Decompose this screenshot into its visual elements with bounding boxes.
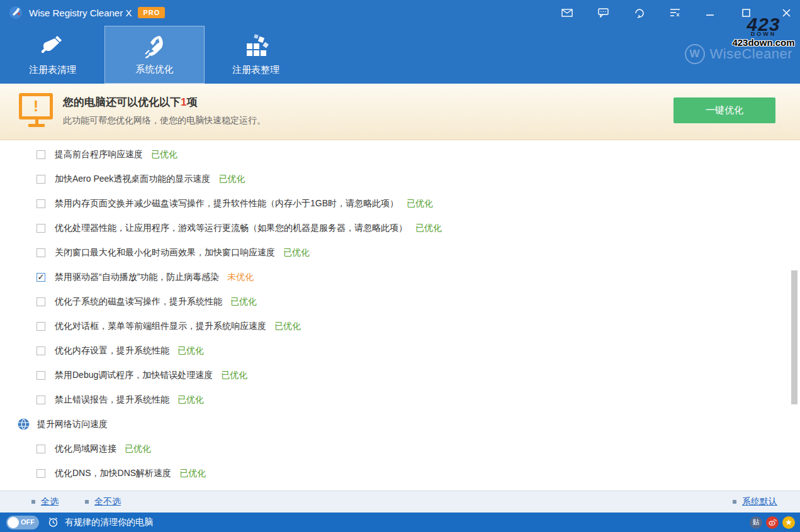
item-label: 禁用驱动器“自动播放”功能，防止病毒感染	[55, 272, 219, 283]
item-checkbox[interactable]	[37, 469, 45, 478]
item-status: 已优化	[179, 468, 206, 479]
list-item[interactable]: 提高前台程序响应速度已优化	[0, 142, 800, 167]
brush-icon	[3, 33, 103, 61]
item-checkbox[interactable]	[37, 396, 45, 404]
monitor-warning-icon: !	[19, 93, 54, 130]
tab-registry-defrag[interactable]: 注册表整理	[206, 26, 306, 84]
tieba-icon[interactable]: 贴	[750, 516, 762, 529]
item-checkbox[interactable]	[37, 199, 45, 208]
banner-title: 您的电脑还可以优化以下1项	[63, 95, 197, 109]
bullet-icon	[85, 500, 89, 504]
app-window: Wise Registry Cleaner X PRO 423 DOWN 423…	[0, 0, 800, 532]
optimize-banner: ! 您的电脑还可以优化以下1项 此功能可帮您优化网络，使您的电脑快速稳定运行。 …	[0, 84, 800, 140]
statusbar: OFF 有规律的清理你的电脑 贴 ★	[0, 513, 800, 532]
item-checkbox[interactable]	[37, 248, 45, 257]
app-logo-icon	[9, 6, 23, 19]
select-none-link[interactable]: 全不选	[85, 496, 121, 507]
app-title: Wise Registry Cleaner X	[29, 8, 132, 18]
item-checkbox[interactable]	[37, 224, 45, 233]
item-label: 优化DNS，加快DNS解析速度	[55, 468, 171, 479]
bullet-icon	[31, 500, 35, 504]
item-status: 已优化	[151, 149, 177, 160]
schedule-toggle[interactable]: OFF	[6, 516, 39, 529]
item-label: 优化局域网连接	[55, 443, 116, 455]
select-all-link[interactable]: 全选	[31, 496, 59, 507]
list-item[interactable]: 优化DNS，加快DNS解析速度已优化	[0, 461, 800, 485]
defrag-icon	[206, 33, 306, 61]
mail-icon[interactable]	[560, 0, 574, 25]
statusbar-message: 有规律的清理你的电脑	[65, 517, 153, 528]
section-header: 提升网络访问速度	[0, 412, 800, 436]
item-status: 已优化	[177, 394, 204, 406]
list-item[interactable]: 优化内存设置，提升系统性能已优化	[0, 338, 800, 363]
pro-badge: PRO	[138, 7, 165, 18]
item-status: 已优化	[230, 296, 257, 308]
item-status: 未优化	[227, 272, 254, 283]
feedback-chat-icon[interactable]	[596, 0, 610, 25]
item-checkbox[interactable]	[37, 445, 45, 453]
item-label: 优化内存设置，提升系统性能	[55, 345, 169, 357]
tabbar: 注册表清理 系统优化 注册表整理 W WiseCleaner	[0, 25, 800, 84]
tab-label: 注册表整理	[232, 64, 279, 76]
watermark-423down: 423 DOWN 423down.com	[728, 15, 799, 47]
item-status: 已优化	[218, 174, 245, 185]
item-checkbox[interactable]: ✓	[37, 273, 45, 282]
system-default-link[interactable]: 系统默认	[733, 496, 777, 507]
item-label: 关闭窗口最大化和最小化时动画效果，加快窗口响应速度	[55, 247, 275, 258]
list-item[interactable]: 禁止错误报告，提升系统性能已优化	[0, 387, 800, 412]
item-status: 已优化	[283, 247, 310, 258]
support-icon[interactable]	[632, 0, 646, 25]
item-checkbox[interactable]	[37, 371, 45, 380]
list-item[interactable]: 优化对话框，菜单等前端组件显示，提升系统响应速度已优化	[0, 314, 800, 338]
minimize-icon[interactable]	[703, 0, 717, 25]
list-item[interactable]: 优化局域网连接已优化	[0, 436, 800, 461]
item-checkbox[interactable]	[37, 150, 45, 159]
list-item[interactable]: 加快Aero Peek透视桌面功能的显示速度已优化	[0, 167, 800, 191]
list-item[interactable]: 禁用内存页面交换并减少磁盘读写操作，提升软件性能（内存小于1GB时，请忽略此项）…	[0, 191, 800, 216]
selection-bar: 全选 全不选 系统默认	[0, 490, 800, 513]
tab-registry-cleaner[interactable]: 注册表清理	[3, 26, 103, 84]
menu-icon[interactable]	[668, 0, 682, 25]
item-label: 禁用内存页面交换并减少磁盘读写操作，提升软件性能（内存小于1GB时，请忽略此项）	[55, 198, 398, 209]
item-label: 优化对话框，菜单等前端组件显示，提升系统响应速度	[55, 321, 266, 332]
item-label: 优化子系统的磁盘读写操作，提升系统性能	[55, 296, 222, 308]
toggle-knob	[8, 517, 19, 528]
alarm-clock-icon	[48, 517, 59, 528]
item-label: 提高前台程序响应速度	[55, 149, 143, 160]
tab-label: 注册表清理	[29, 64, 76, 76]
list-item[interactable]: 禁用Debug调试程序，加快错误处理速度已优化	[0, 363, 800, 387]
item-status: 已优化	[177, 345, 204, 357]
titlebar: Wise Registry Cleaner X PRO 423 DOWN 423…	[0, 0, 800, 25]
toggle-label: OFF	[21, 518, 35, 526]
item-label: 优化处理器性能，让应用程序，游戏等运行更流畅（如果您的机器是服务器，请忽略此项）	[55, 223, 407, 234]
item-checkbox[interactable]	[37, 297, 45, 306]
list-item[interactable]: ✓禁用驱动器“自动播放”功能，防止病毒感染未优化	[0, 265, 800, 289]
qzone-star-icon[interactable]: ★	[782, 516, 795, 529]
list-item[interactable]: 关闭窗口最大化和最小化时动画效果，加快窗口响应速度已优化	[0, 240, 800, 265]
tab-system-optimize[interactable]: 系统优化	[104, 26, 205, 84]
item-status: 已优化	[221, 370, 247, 381]
weibo-icon[interactable]	[766, 516, 779, 529]
item-checkbox[interactable]	[37, 346, 45, 355]
item-checkbox[interactable]	[37, 175, 45, 184]
item-status: 已优化	[274, 321, 301, 332]
item-label: 禁用Debug调试程序，加快错误处理速度	[55, 370, 213, 381]
item-status: 已优化	[415, 223, 442, 234]
tab-label: 系统优化	[136, 64, 174, 75]
item-checkbox[interactable]	[37, 322, 45, 331]
one-click-optimize-button[interactable]: 一键优化	[673, 97, 775, 123]
list-item[interactable]: 优化处理器性能，让应用程序，游戏等运行更流畅（如果您的机器是服务器，请忽略此项）…	[0, 216, 800, 240]
scrollbar-thumb[interactable]	[791, 270, 797, 404]
globe-icon	[18, 418, 30, 430]
optimize-item-list: 提高前台程序响应速度已优化加快Aero Peek透视桌面功能的显示速度已优化禁用…	[0, 141, 800, 490]
app-identity: Wise Registry Cleaner X PRO	[9, 0, 165, 25]
item-label: 禁止错误报告，提升系统性能	[55, 394, 169, 406]
item-status: 已优化	[407, 198, 433, 209]
list-item[interactable]: 优化子系统的磁盘读写操作，提升系统性能已优化	[0, 289, 800, 314]
item-label: 加快Aero Peek透视桌面功能的显示速度	[55, 174, 210, 185]
rocket-icon	[105, 34, 204, 62]
banner-description: 此功能可帮您优化网络，使您的电脑快速稳定运行。	[63, 115, 266, 126]
bullet-icon	[733, 500, 736, 504]
wisecleaner-logo-icon: W	[685, 44, 705, 64]
section-label: 提升网络访问速度	[37, 419, 108, 430]
